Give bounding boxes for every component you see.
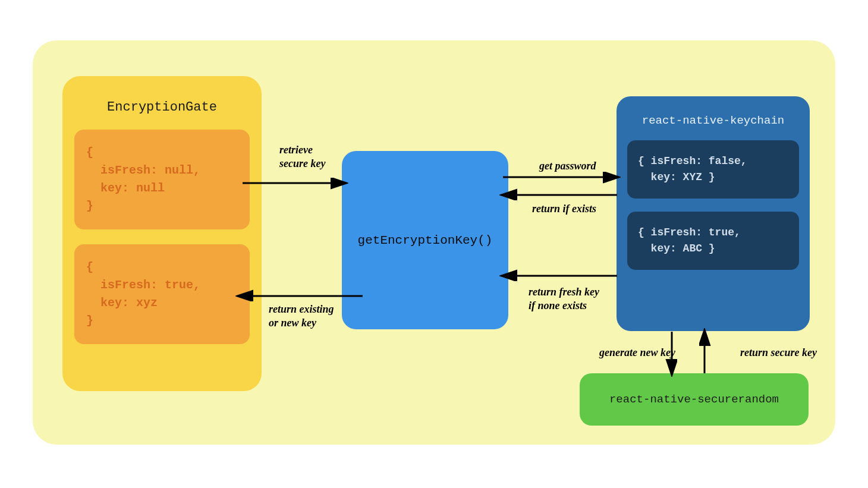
arrows-layer xyxy=(0,0,868,488)
